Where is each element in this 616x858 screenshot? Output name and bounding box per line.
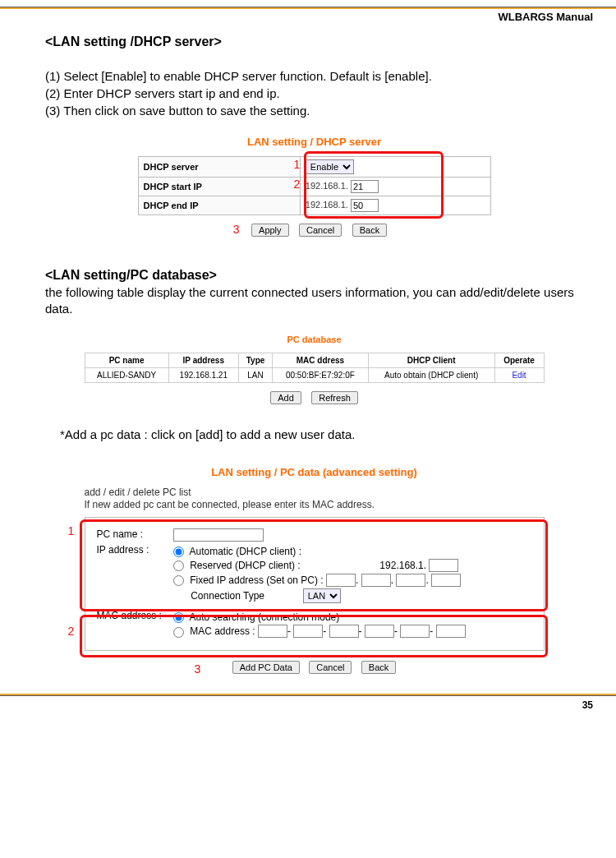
col-pcname: PC name xyxy=(85,353,168,367)
callout-3: 3 xyxy=(233,223,240,236)
back-button-2[interactable]: Back xyxy=(361,661,396,674)
manual-title: WLBARGS Manual xyxy=(0,11,616,28)
pcname-label: PC name : xyxy=(97,528,171,540)
ip-auto-radio[interactable] xyxy=(173,547,184,557)
dhcp-start-input[interactable] xyxy=(351,180,379,193)
ip-reserved-prefix: 192.168.1. xyxy=(379,560,426,571)
mac-6[interactable] xyxy=(436,625,466,638)
ip-fixed-1[interactable] xyxy=(326,574,356,587)
ip-reserved-radio[interactable] xyxy=(173,560,184,571)
ip-fixed-3[interactable] xyxy=(396,574,425,587)
refresh-button[interactable]: Refresh xyxy=(311,391,358,404)
col-dhcp: DHCP Client xyxy=(368,353,494,367)
cancel-button[interactable]: Cancel xyxy=(299,224,342,237)
pcdb-panel-title: PC database xyxy=(45,334,583,344)
cell-pcname: ALLIED-SANDY xyxy=(85,367,168,382)
edit-link[interactable]: Edit xyxy=(512,371,526,380)
conn-type-select[interactable]: LAN xyxy=(303,588,341,603)
callout-1: 1 xyxy=(294,158,301,171)
mac-4[interactable] xyxy=(365,625,394,638)
ip-fixed-2[interactable] xyxy=(361,574,391,587)
ip-fixed-4[interactable] xyxy=(431,574,461,587)
section1-heading: <LAN setting /DHCP server> xyxy=(45,35,583,49)
step-3: (3) Then click on save button to save th… xyxy=(45,102,583,119)
pcdb-row: ALLIED-SANDY 192.168.1.21 LAN 00:50:BF:E… xyxy=(85,367,544,382)
dhcp-end-prefix: 192.168.1. xyxy=(306,200,348,210)
apply-button[interactable]: Apply xyxy=(251,224,289,237)
col-type: Type xyxy=(238,353,272,367)
mac-3[interactable] xyxy=(329,625,359,638)
pcdata-intro1: add / edit / delete PC list xyxy=(85,487,545,500)
ip-reserved-label: Reserved (DHCP client) : xyxy=(190,560,300,571)
ip-auto-label: Automatic (DHCP client) : xyxy=(190,546,301,557)
cell-type: LAN xyxy=(238,367,272,382)
mac-addr-label: MAC address : xyxy=(190,625,255,637)
cell-ip: 192.168.1.21 xyxy=(168,367,238,382)
mac-5[interactable] xyxy=(400,625,430,638)
mac-2[interactable] xyxy=(293,625,323,638)
mac-label: MAC address : xyxy=(97,610,171,621)
ipaddr-label: IP address : xyxy=(97,544,171,556)
ip-fixed-radio[interactable] xyxy=(173,575,184,586)
page-number: 35 xyxy=(0,696,616,711)
step-1: (1) Select [Enable] to enable DHCP serve… xyxy=(45,67,583,85)
dhcp-server-select[interactable]: Enable xyxy=(306,159,354,174)
dhcp-start-label: DHCP start IP xyxy=(138,178,300,196)
s3-callout-1: 1 xyxy=(68,524,75,537)
add-note: *Add a pc data : click on [add] to add a… xyxy=(60,427,583,441)
add-pc-data-button[interactable]: Add PC Data xyxy=(232,661,300,674)
mac-1[interactable] xyxy=(258,625,287,638)
pcdata-intro2: If new added pc cant be connected, pleas… xyxy=(85,499,545,512)
dhcp-server-label: DHCP server xyxy=(138,157,300,178)
col-mac: MAC ddress xyxy=(273,353,369,367)
ip-fixed-label: Fixed IP address (Set on PC) : xyxy=(190,574,324,586)
dhcp-panel-title: LAN setting / DHCP server xyxy=(45,136,583,148)
dhcp-end-input[interactable] xyxy=(351,199,379,212)
mac-auto-label: Auto searching (connection mode) xyxy=(190,611,340,623)
cell-mac: 00:50:BF:E7:92:0F xyxy=(273,367,369,382)
col-ip: IP address xyxy=(168,353,238,367)
col-operate: Operate xyxy=(494,353,544,367)
add-button[interactable]: Add xyxy=(270,391,301,404)
pcdb-header-row: PC name IP address Type MAC ddress DHCP … xyxy=(85,353,544,367)
mac-auto-radio[interactable] xyxy=(173,612,184,623)
s3-callout-3: 3 xyxy=(195,662,201,676)
step-2: (2) Enter DHCP servers start ip and end … xyxy=(45,85,583,102)
pcname-input[interactable] xyxy=(173,528,264,542)
section2-desc: the following table display the current … xyxy=(45,284,583,318)
cell-dhcp: Auto obtain (DHCP client) xyxy=(368,367,494,382)
dhcp-end-label: DHCP end IP xyxy=(138,196,300,215)
mac-addr-radio[interactable] xyxy=(173,627,184,638)
dhcp-start-prefix: 192.168.1. xyxy=(306,181,348,191)
section2-heading: <LAN setting/PC database> xyxy=(45,268,583,283)
pcdata-panel-title: LAN setting / PC data (advanced setting) xyxy=(45,466,583,478)
back-button[interactable]: Back xyxy=(352,224,387,237)
ip-reserved-input[interactable] xyxy=(429,559,458,572)
conn-type-label: Connection Type xyxy=(191,590,264,602)
cancel-button-2[interactable]: Cancel xyxy=(309,661,352,674)
callout-2: 2 xyxy=(294,178,301,191)
s3-callout-2: 2 xyxy=(68,625,75,638)
